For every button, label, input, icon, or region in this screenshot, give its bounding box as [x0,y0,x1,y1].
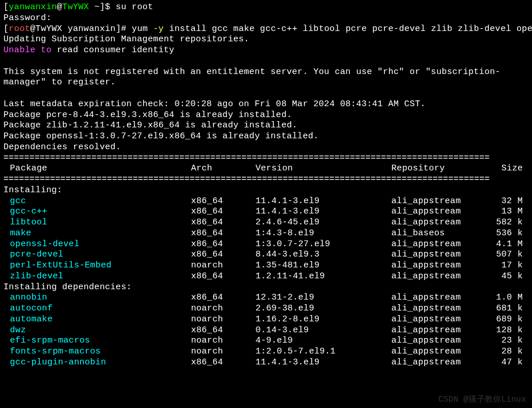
packages-table: gccx86_6411.4.1-3.el9ali_appstream32 M g… [3,196,529,282]
prompt-line-1: [yanwanxin@TwYWX ~]$ su root [3,2,529,13]
pkg-arch: noarch [191,336,255,347]
prompt-host: TwYWX [62,2,89,12]
section-deps: Installing dependencies: [3,282,529,293]
pkg-repo: ali_appstream [391,304,486,314]
table-row: fonts-srpm-macrosnoarch1:2.0.5-7.el9.1al… [3,347,529,358]
pkg-arch: x86_64 [191,271,255,282]
pkg-repo: ali_appstream [391,250,486,261]
pkg-arch: x86_64 [191,228,255,239]
col-header-version: Version [256,164,392,174]
pkg-repo: ali_appstream [391,239,486,250]
pkg-arch: x86_64 [191,207,255,217]
pkg-name: gcc [3,196,191,207]
pkg-name: make [3,228,191,239]
pkg-version: 0.14-3.el9 [256,325,392,336]
table-row: automakenoarch1.16.2-8.el9ali_appstream6… [3,314,529,325]
divider-top: ========================================… [3,153,529,164]
cmd-flag: -y [153,24,164,34]
pkg-size: 23 k [487,336,529,347]
prompt-line-2: [root@TwYWX yanwanxin]# yum -y install g… [3,24,529,35]
pkg-size: 681 k [487,304,529,314]
pkg-size: 47 k [487,358,529,368]
pkg-version: 11.4.1-3.el9 [256,196,392,207]
table-row: dwzx86_640.14-3.el9ali_appstream128 k [3,325,529,336]
pkg-arch: x86_64 [191,217,255,228]
pkg-repo: ali_appstream [391,261,486,271]
pkg-size: 582 k [487,217,529,228]
pkg-size: 689 k [487,314,529,325]
pkg-repo: ali_appstream [391,293,486,304]
table-row: zlib-develx86_641.2.11-41.el9ali_appstre… [3,271,529,282]
msg-pkg-zlib: Package zlib-1.2.11-41.el9.x86_64 is alr… [3,121,529,131]
pkg-size: 45 k [487,271,529,282]
pkg-version: 1:3.0.7-27.el9 [256,239,392,250]
pkg-size: 28 k [487,347,529,358]
msg-deps: Dependencies resolved. [3,142,529,153]
command: su root [115,2,153,12]
pkg-name: fonts-srpm-macros [3,347,191,358]
header-row: Package Arch Version Repository Size [3,164,529,174]
table-row: makex86_641:4.3-8.el9ali_baseos536 k [3,228,529,239]
pkg-name: libtool [3,217,191,228]
section-installing: Installing: [3,185,529,196]
table-row: pcre-develx86_648.44-3.el9.3ali_appstrea… [3,250,529,261]
col-header-package: Package [3,164,191,174]
pkg-size: 1.0 M [487,293,529,304]
pkg-arch: noarch [191,347,255,358]
table-row: gcc-plugin-annobinx86_6411.4.1-3.el9ali_… [3,358,529,368]
cmd-args: install gcc make gcc-c++ libtool pcre pc… [164,24,532,34]
watermark: CSDN @骚子教你Linux [438,395,526,405]
pkg-version: 2.69-38.el9 [256,304,392,314]
dep-packages-table: annobinx86_6412.31-2.el9ali_appstream1.0… [3,293,529,368]
col-header-arch: Arch [191,164,255,174]
table-row: libtoolx86_642.4.6-45.el9ali_appstream58… [3,217,529,228]
pkg-name: perl-ExtUtils-Embed [3,261,191,271]
pkg-version: 1:2.0.5-7.el9.1 [256,347,392,358]
msg-notregistered: This system is not registered with an en… [3,67,529,89]
table-row: annobinx86_6412.31-2.el9ali_appstream1.0… [3,293,529,304]
table-row: gcc-c++x86_6411.4.1-3.el9ali_appstream13… [3,207,529,217]
table-row: perl-ExtUtils-Embednoarch1.35-481.el9ali… [3,261,529,271]
pkg-repo: ali_appstream [391,314,486,325]
pkg-size: 128 k [487,325,529,336]
pkg-version: 8.44-3.el9.3 [256,250,392,261]
unable-rest: read consumer identity [57,45,175,55]
table-row: autoconfnoarch2.69-38.el9ali_appstream68… [3,304,529,314]
pkg-name: dwz [3,325,191,336]
pkg-name: pcre-devel [3,250,191,261]
pkg-arch: noarch [191,314,255,325]
msg-updating: Updating Subscription Management reposit… [3,34,529,45]
pkg-repo: ali_appstream [391,358,486,368]
pkg-name: automake [3,314,191,325]
unable-prefix: Unable to [3,45,57,55]
prompt-symbol: $ [105,2,110,12]
prompt-path: ~ [94,2,99,12]
pkg-arch: x86_64 [191,196,255,207]
pkg-arch: x86_64 [191,358,255,368]
pkg-repo: ali_appstream [391,271,486,282]
divider-bottom: ========================================… [3,174,529,185]
pkg-version: 11.4.1-3.el9 [256,358,392,368]
pkg-arch: x86_64 [191,250,255,261]
package-header-table: Package Arch Version Repository Size [3,164,529,174]
pkg-name: gcc-c++ [3,207,191,217]
pkg-version: 1:4.3-8.el9 [256,228,392,239]
pkg-version: 1.16.2-8.el9 [256,314,392,325]
table-row: efi-srpm-macrosnoarch4-9.el9ali_appstrea… [3,336,529,347]
pkg-repo: ali_appstream [391,325,486,336]
pkg-name: annobin [3,293,191,304]
pkg-repo: ali_appstream [391,217,486,228]
pkg-arch: noarch [191,261,255,271]
msg-pkg-openssl: Package openssl-1:3.0.7-27.el9.x86_64 is… [3,131,529,142]
pkg-version: 2.4.6-45.el9 [256,217,392,228]
pkg-version: 1.35-481.el9 [256,261,392,271]
table-row: gccx86_6411.4.1-3.el9ali_appstream32 M [3,196,529,207]
password-prompt: Password: [3,13,529,24]
pkg-size: 17 k [487,261,529,271]
pkg-repo: ali_appstream [391,207,486,217]
pkg-name: gcc-plugin-annobin [3,358,191,368]
blank-line [3,56,529,67]
prompt-root-user: root [9,24,30,34]
pkg-size: 536 k [487,228,529,239]
msg-metadata: Last metadata expiration check: 0:20:28 … [3,99,529,110]
